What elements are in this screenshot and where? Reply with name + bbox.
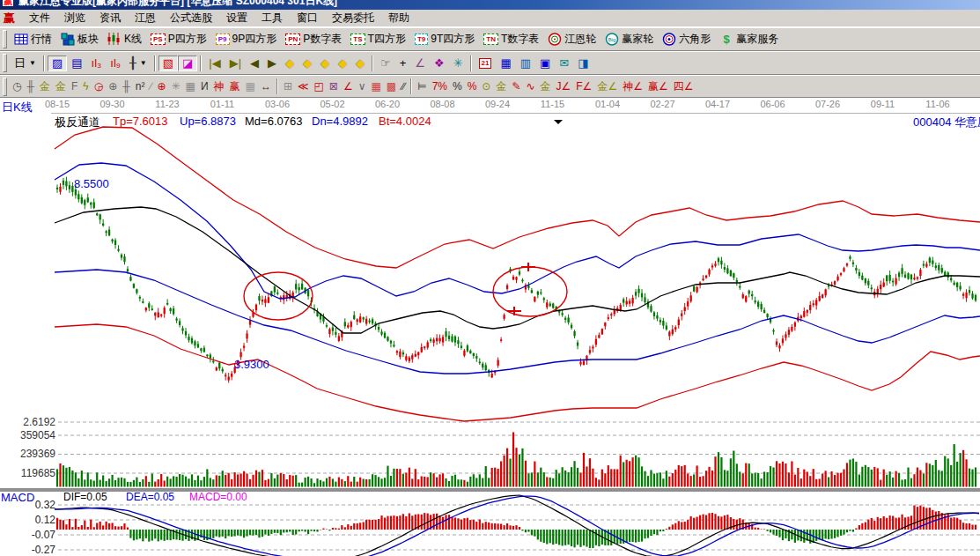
win-ruler[interactable]: 赢 [227, 79, 243, 93]
f-ruler[interactable]: F [69, 79, 80, 93]
spiral-tool[interactable]: ✳ [169, 79, 183, 93]
cross-box[interactable]: ⊠ [327, 79, 341, 93]
quotes-button[interactable]: 行情 [10, 30, 56, 48]
small-bars-9-button[interactable]: ıl₉ [106, 56, 125, 71]
grid-tool-2[interactable]: ▩ [384, 79, 399, 93]
sectors-button[interactable]: 板块 [56, 30, 103, 48]
main-chart-toggle[interactable]: ▨ [48, 56, 67, 71]
calculator-button[interactable]: ▦ [496, 56, 515, 71]
first-bar-button[interactable]: |◀ [204, 56, 225, 71]
toolbar-handle[interactable] [3, 54, 7, 72]
crosshair-tool-button[interactable]: + [395, 56, 411, 71]
menu-browse[interactable]: 浏览 [57, 11, 92, 25]
candle-style-dropdown[interactable]: ╂▼ [125, 56, 151, 71]
grid-123[interactable]: ▦ [243, 79, 258, 93]
prev-bar-button[interactable]: ◀ [246, 56, 263, 71]
grape-tool-button[interactable]: ❖ [430, 56, 449, 71]
net-tool-button[interactable]: ✳ [449, 56, 468, 71]
ruler-2[interactable]: ╫ [120, 79, 133, 93]
info-panel-button[interactable]: ▤ [67, 56, 86, 71]
gold-angle-tool[interactable]: 金∠ [594, 79, 620, 93]
check-lines[interactable]: ∨ [356, 79, 369, 93]
angle-ruler[interactable]: ∕ [147, 79, 154, 93]
seven-percent-tool[interactable]: 7% [430, 79, 450, 93]
gann-compass[interactable]: ◷ [10, 79, 24, 93]
n-square-tool[interactable]: n² [133, 79, 148, 93]
hand-tool-button[interactable]: ☞ [376, 56, 395, 71]
shen-angle-tool[interactable]: 神∠ [620, 79, 645, 93]
mail-button[interactable]: ✉ [555, 56, 573, 71]
chart-area[interactable]: 08-1509-3011-2301-1103-0605-0206-2008-08… [0, 98, 980, 556]
menu-file[interactable]: 文件 [22, 11, 57, 25]
t-number-table-button[interactable]: TNT数字表 [479, 30, 543, 48]
span-ruler[interactable]: ↔ [258, 79, 274, 93]
ray-fan[interactable]: ≪ [295, 79, 312, 93]
red-compass[interactable]: ◶ [92, 79, 106, 93]
scale-tool[interactable]: ⊨ [415, 79, 429, 93]
gold-line-tool[interactable]: 金 [493, 79, 509, 93]
percent-line-tool[interactable]: % [465, 79, 480, 93]
memo-button[interactable]: ▥ [516, 56, 535, 71]
box-tool[interactable]: ⊞ [281, 79, 295, 93]
9p-square-button[interactable]: P99P四方形 [211, 30, 281, 48]
overlay-chart-toggle[interactable]: ▧ [158, 56, 178, 71]
win-angle-tool[interactable]: 赢∠ [645, 79, 671, 93]
spiral-ruler[interactable]: ϟ [80, 79, 91, 93]
t-square-button[interactable]: TST四方形 [346, 30, 410, 48]
zoom-diamond-left[interactable]: ◆ [281, 55, 298, 71]
gann-k-tool[interactable]: И [198, 79, 211, 93]
menu-help[interactable]: 帮助 [381, 11, 416, 25]
menu-formula-stock-pick[interactable]: 公式选股 [163, 11, 219, 25]
spiral-grid[interactable]: ▦ [183, 79, 198, 93]
gold-angle-base[interactable]: 金 [538, 79, 554, 93]
pencil-tool[interactable]: ✎ [509, 79, 523, 93]
gold-circle-tool[interactable]: ⊙ [479, 79, 493, 93]
next-bar-button[interactable]: ▶ [263, 56, 281, 71]
print-button[interactable]: ◨ [573, 56, 593, 71]
color-analysis-toggle[interactable]: ◪ [178, 56, 197, 71]
angle-lines[interactable]: ∠ [341, 79, 356, 93]
gold-ruler-1[interactable]: 金 [37, 79, 53, 93]
f-angle-tool[interactable]: F∠ [573, 79, 594, 93]
chart-canvas[interactable]: 08-1509-3011-2301-1103-0605-0206-2008-08… [0, 98, 980, 556]
calendar-button[interactable]: 21 [475, 56, 497, 70]
crosshair-circle[interactable]: ⊕ [154, 79, 168, 93]
zoom-diamond-right[interactable]: ◆ [298, 55, 316, 71]
menu-news[interactable]: 资讯 [92, 11, 128, 25]
period-daily-dropdown[interactable]: 日▼ [10, 56, 41, 71]
toolbar-handle[interactable] [3, 30, 7, 48]
zoom-diamond-compress[interactable]: ◆ [334, 55, 351, 71]
p-square-button[interactable]: PSP四方形 [146, 30, 211, 48]
menu-window[interactable]: 窗口 [290, 11, 325, 25]
winner-wheel-button[interactable]: Big赢家轮 [601, 30, 658, 48]
winner-service-button[interactable]: $赢家服务 [715, 30, 783, 48]
j-angle-tool[interactable]: J∠ [554, 79, 574, 93]
circle-ruler[interactable]: ⊕ [106, 79, 120, 93]
ruler[interactable]: ╫ [24, 79, 37, 93]
gold-ruler-2[interactable]: 金 [53, 79, 69, 93]
zoom-diamond-center[interactable]: ◆ [351, 55, 369, 71]
gann-wheel-button[interactable]: 江恩轮 [543, 30, 601, 48]
kline-button[interactable]: K线 [103, 30, 146, 48]
shen-ruler[interactable]: 神 [211, 79, 227, 93]
si-angle-tool[interactable]: 四∠ [671, 79, 696, 93]
toolbar-handle[interactable] [3, 78, 7, 96]
angle-measure-button[interactable]: ∠ [410, 56, 430, 71]
menu-trade-entrust[interactable]: 交易委托 [325, 11, 381, 25]
menu-gann[interactable]: 江恩 [128, 11, 163, 25]
save-button[interactable]: ▣ [535, 56, 555, 71]
grid-tool[interactable]: ▦ [368, 79, 383, 93]
parallel-lines[interactable]: ∕∕ [399, 79, 408, 93]
hexagon-button[interactable]: 六角形 [658, 30, 715, 48]
zoom-diamond-expand[interactable]: ◆ [316, 55, 334, 71]
p-number-table-button[interactable]: PNP数字表 [281, 30, 346, 48]
small-bars-3-button[interactable]: ıl₃ [87, 56, 107, 71]
wave-tool[interactable]: ∿ [523, 79, 537, 93]
title-bar[interactable]: 赢 赢家江恩专业版[赢家内部服务平台] [华意压缩 SZ000404 301日K… [0, 0, 980, 10]
menu-tools[interactable]: 工具 [254, 11, 290, 25]
percent-tool[interactable]: % [450, 79, 465, 93]
last-bar-button[interactable]: ▶| [225, 56, 246, 71]
fan-box[interactable]: ◰ [312, 79, 327, 93]
9t-square-button[interactable]: T99T四方形 [410, 30, 479, 48]
menu-settings[interactable]: 设置 [219, 11, 254, 25]
